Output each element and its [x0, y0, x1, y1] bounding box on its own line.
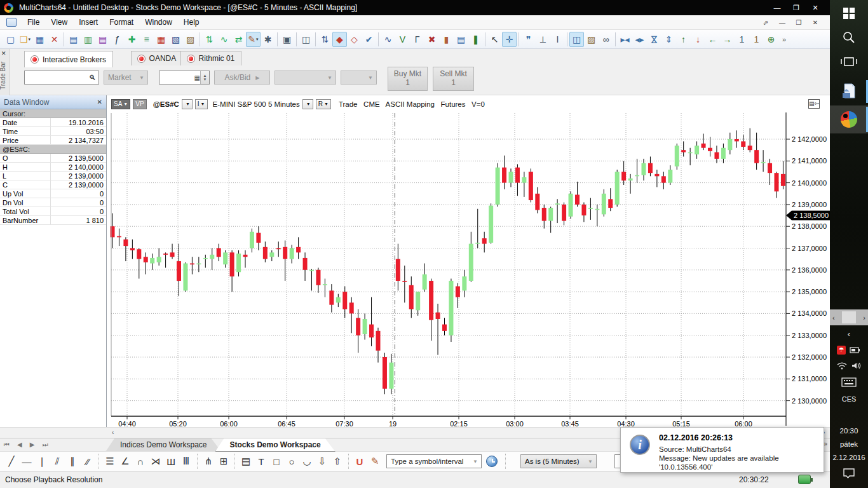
chart-image-button[interactable]: ▨: [584, 32, 599, 47]
playback-pause-button[interactable]: ▸◂: [618, 32, 632, 47]
bar-forward-button[interactable]: →: [720, 32, 735, 47]
pointer-tool-button[interactable]: ↖: [487, 32, 502, 47]
broker-tab-oanda[interactable]: OANDA: [131, 51, 184, 65]
resolution-select[interactable]: As is (5 Minutes) ▼: [520, 454, 597, 468]
arrow-down-tool-button[interactable]: ⇩: [315, 454, 330, 469]
time-and-sales-window-button[interactable]: ▤: [95, 32, 110, 47]
maximize-button[interactable]: ❐: [787, 1, 806, 14]
resolution-button[interactable]: R▼: [316, 99, 331, 109]
symbol-dropdown-button[interactable]: ▼: [182, 99, 193, 109]
bar-chart-style-button[interactable]: ⇅: [318, 32, 332, 47]
volume-profile-button[interactable]: VP: [133, 99, 146, 109]
format-window-button[interactable]: ◫: [299, 32, 313, 47]
fib-retracement-button[interactable]: ☰: [102, 454, 118, 469]
pinned-app-document[interactable]: [830, 79, 868, 104]
taskbar-clock[interactable]: 20:30pátek2.12.2016: [830, 424, 868, 464]
apply-style-button[interactable]: ✔: [362, 32, 376, 47]
fib-arcs-button[interactable]: ∩: [133, 454, 148, 469]
playback-expand-button[interactable]: ⇕: [661, 32, 676, 47]
close-button[interactable]: ✕: [806, 1, 825, 14]
show-note-button[interactable]: ❞: [521, 32, 536, 47]
window-layout-button[interactable]: ◫: [569, 32, 584, 47]
close-window-button[interactable]: ✕: [47, 32, 62, 47]
step-one-forward-button[interactable]: 1: [749, 32, 764, 47]
scroll-left-icon[interactable]: ‹: [112, 429, 114, 436]
bar-back-button[interactable]: ←: [705, 32, 720, 47]
study-properties-button[interactable]: ✱: [261, 32, 275, 47]
task-view-icon[interactable]: [830, 53, 868, 70]
symbol-search-input[interactable]: 🔍︎: [24, 71, 99, 85]
data-playback-button[interactable]: ▨: [183, 32, 198, 47]
text-cursor-button[interactable]: I: [550, 32, 565, 47]
menu-window[interactable]: Window: [139, 16, 178, 29]
candlestick-chart[interactable]: 2 142,00002 141,00002 140,00002 139,0000…: [107, 112, 830, 427]
line-on-close-style-button[interactable]: V: [395, 32, 410, 47]
start-button[interactable]: [830, 4, 868, 23]
gann-fan-button[interactable]: ⋊: [148, 454, 163, 469]
save-workspace-button[interactable]: ▦: [32, 32, 47, 47]
first-workspace-icon[interactable]: ⏮: [0, 438, 13, 449]
dropdown-arrow-icon[interactable]: ▾: [29, 37, 31, 42]
point-figure-style-button[interactable]: ✖: [424, 32, 439, 47]
quote-manager-button[interactable]: ▧: [168, 32, 183, 47]
sell-market-button[interactable]: Sell Mkt1: [433, 67, 474, 91]
menu-view[interactable]: View: [45, 16, 73, 29]
quantity-stepper[interactable]: ▦ ▲▼: [159, 71, 210, 85]
taskbar-scroll-control[interactable]: ‹ ›: [830, 309, 868, 325]
fib-timezones-button[interactable]: Ш: [163, 454, 179, 469]
broker-tab-interactive-brokers[interactable]: Interactive Brokers: [24, 51, 113, 67]
insert-study-button[interactable]: ∿: [217, 32, 231, 47]
world-clock-icon[interactable]: [486, 456, 498, 467]
series-dropdown-button[interactable]: ▼: [302, 99, 313, 109]
vertical-segment-button[interactable]: ❘: [34, 454, 50, 469]
account-dropdown[interactable]: ▼: [275, 71, 336, 85]
symbol-interval-combo[interactable]: Type a symbol/interval ▼: [386, 454, 482, 468]
calculator-icon[interactable]: ▦: [194, 74, 200, 81]
scroll-to-last-bar-icon[interactable]: ▤⇦: [808, 99, 820, 109]
heikin-ashi-style-button[interactable]: ▮: [439, 32, 454, 47]
spinner-arrows[interactable]: ▲▼: [200, 71, 209, 84]
dropdown-arrow-icon[interactable]: ▾: [256, 37, 259, 42]
function-editor-button[interactable]: ƒ: [110, 32, 125, 47]
scale-down-button[interactable]: ↓: [691, 32, 705, 47]
trendline-button[interactable]: ╱: [4, 454, 19, 469]
renko-style-button[interactable]: ▤: [454, 32, 468, 47]
horizontal-segment-button[interactable]: —: [19, 454, 34, 469]
menu-format[interactable]: Format: [104, 16, 139, 29]
stay-in-drawing-mode-button[interactable]: ✎: [367, 454, 383, 469]
insert-drawing-button[interactable]: ✎▾: [246, 32, 261, 47]
ellipse-tool-button[interactable]: ○: [284, 454, 299, 469]
channel-lines-button[interactable]: ⁄⁄: [80, 454, 95, 469]
grid-tool-button[interactable]: ⊞: [216, 454, 231, 469]
minimize-button[interactable]: —: [768, 1, 787, 14]
speaker-icon[interactable]: [851, 362, 862, 370]
avira-icon[interactable]: ☂: [837, 346, 846, 355]
battery-icon[interactable]: [850, 346, 861, 354]
signal-editor-button[interactable]: ≡: [139, 32, 154, 47]
hollow-candle-style-button[interactable]: ◇: [347, 32, 362, 47]
interval-button[interactable]: I▼: [195, 99, 208, 109]
time-cycles-button[interactable]: Ⅲ: [179, 454, 194, 469]
scale-up-button[interactable]: ↑: [676, 32, 691, 47]
tab-overflow-icon[interactable]: »: [824, 438, 827, 447]
touch-keyboard-icon[interactable]: [830, 375, 868, 389]
market-scanner-window-button[interactable]: ▥: [81, 32, 95, 47]
scroll-left-icon[interactable]: ‹: [830, 314, 835, 322]
text-tool-button[interactable]: T: [254, 454, 269, 469]
regression-channel-button[interactable]: ∥: [65, 454, 80, 469]
mdi-restore-icon[interactable]: ❐: [790, 19, 807, 26]
arc-tool-button[interactable]: ◡: [299, 454, 315, 469]
study-editor-button[interactable]: ✚: [125, 32, 139, 47]
order-type-dropdown[interactable]: Market▼: [104, 71, 148, 85]
scroll-thumb[interactable]: [842, 311, 856, 323]
kagi-style-button[interactable]: ❚: [468, 32, 483, 47]
open-workspace-button[interactable]: ❏▾: [18, 32, 32, 47]
order-position-tracker-button[interactable]: ▦: [154, 32, 168, 47]
line-break-style-button[interactable]: Γ: [410, 32, 424, 47]
workspace-tab-active[interactable]: Stocks Demo Workspace: [215, 438, 336, 452]
fib-fan-button[interactable]: ∠: [118, 454, 133, 469]
symbol-attributes-button[interactable]: SA▼: [111, 99, 130, 109]
playback-speed-button[interactable]: ⋈: [647, 32, 661, 47]
parallel-lines-button[interactable]: ⫽: [50, 454, 65, 469]
candlestick-style-button[interactable]: ◆: [332, 32, 347, 47]
